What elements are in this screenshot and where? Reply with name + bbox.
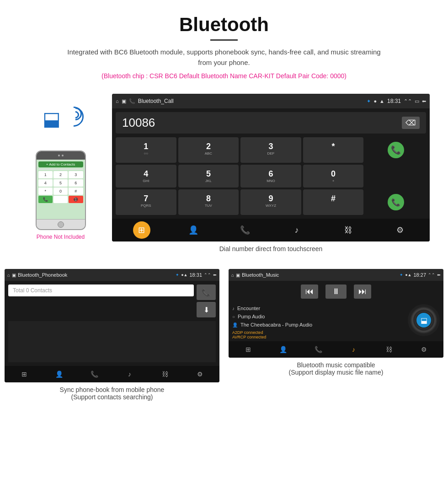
pb-screen-icon: ▣ [12,273,16,278]
phone-screen: + Add to Contacts 1 2 3 4 5 6 * 0 # 📞 📵 [37,160,85,219]
track-name-1: Encounter [237,306,260,311]
pb-settings-icon[interactable]: ⚙ [193,368,207,381]
phone-key-call: 📞 [38,196,53,203]
dial-screen-container: ⌂ ▣ 📞 Bluetooth_Call ✦ ● ▲ 18:31 ⌃⌃ ▭ ⬅ … [112,94,430,260]
settings-bottom-icon[interactable]: ⚙ [391,221,409,239]
header-description: Integrated with BC6 Bluetooth module, su… [64,47,384,68]
track-item-3: 👤 The Cheebacabra - Pump Audio [232,321,404,329]
search-placeholder-text: Total 0 Contacts [8,284,194,296]
dial-key-star[interactable]: * [303,137,364,163]
music-prev-button[interactable]: ⏮ [301,284,318,299]
dial-key-8[interactable]: 8TUV [178,189,239,215]
dial-key-1[interactable]: 1○○ [116,137,176,163]
signal-waves [64,103,84,127]
phone-add-contacts-label: + Add to Contacts [38,161,83,167]
phone-device: + Add to Contacts 1 2 3 4 5 6 * 0 # 📞 📵 [36,150,86,230]
phonebook-call-button[interactable]: 📞 [197,284,216,300]
window-icon: ▭ [415,98,419,104]
dial-key-7[interactable]: 7PQRS [116,189,176,215]
pb-link-icon[interactable]: ⛓ [158,368,172,381]
track-item-2: ○ Pump Audio [232,312,404,321]
bottom-panels: ⌂ ▣ Bluetooth_Phonebook ✦ ●▲ 18:31 ⌃⌃ ⬅ … [0,269,448,413]
music-back-icon: ⬅ [437,273,441,277]
dial-key-4[interactable]: 4GHI [116,165,176,188]
pb-dialpad-icon[interactable]: ⊞ [17,368,31,381]
dial-call-button[interactable]: 📞 [365,137,426,163]
phone-key-star: * [38,188,53,195]
music-note-icon[interactable]: ♪ [347,343,361,356]
phonebook-bottom-bar: ⊞ 👤 📞 ♪ ⛓ ⚙ [5,366,219,382]
bluetooth-symbol-icon: ⬓ [43,107,61,130]
note-icon-1: ♪ [232,306,235,311]
phonebook-action-btns: 📞 ⬇ [197,284,216,317]
phonebook-search-area: Total 0 Contacts 📞 ⬇ [8,284,216,317]
disk-icon-2: ○ [232,314,235,319]
phone-top-bar [37,151,85,160]
recall-circle-icon: 📞 [388,194,404,210]
dialpad-grid: 1○○ 2ABC 3DEF * 📞 4GHI 5JKL 6MNO 0+ 7PQR… [112,137,430,219]
music-link-icon[interactable]: ⛓ [382,343,396,356]
pb-signal-icon: ●▲ [181,273,187,277]
phonebook-search-field[interactable]: Total 0 Contacts [8,284,194,296]
phonebook-statusbar: ⌂ ▣ Bluetooth_Phonebook ✦ ●▲ 18:31 ⌃⌃ ⬅ [5,269,219,281]
music-screen: ⌂ ▣ Bluetooth_Music ✦ ●▲ 18:27 ⌃⌃ ⬅ ⏮ ⏸ … [229,269,443,358]
pb-bt-icon: ✦ [176,273,179,277]
pb-expand-icon: ⌃⌃ [204,273,211,277]
phone-dialpad: 1 2 3 4 5 6 * 0 # 📞 📵 [38,171,83,203]
music-call-icon[interactable]: 📞 [312,343,325,356]
dial-key-hash[interactable]: # [303,189,364,215]
music-settings-icon[interactable]: ⚙ [417,343,431,356]
call-bottom-icon[interactable]: 📞 [236,221,254,239]
track-name-2: Pump Audio [238,314,265,319]
phonebook-download-button[interactable]: ⬇ [197,302,216,317]
dial-key-2[interactable]: 2ABC [178,137,239,163]
dialpad-bottom-icon[interactable]: ⊞ [133,221,150,239]
phonebook-caption: Sync phone-book from mobile phone(Suppor… [0,382,224,404]
phone-key-0: 0 [53,188,68,195]
page-header: Bluetooth Integrated with BC6 Bluetooth … [0,0,448,89]
dial-key-9[interactable]: 9WXYZ [240,189,301,215]
music-screen-icon: ▣ [236,273,240,278]
music-next-button[interactable]: ⏭ [354,284,371,299]
header-specs: (Bluetooth chip : CSR BC6 Default Blueto… [64,71,384,81]
home-icon: ⌂ [116,98,119,104]
dial-recall-button[interactable]: 📞 [365,189,426,215]
phonebook-title: Bluetooth_Phonebook [18,272,174,278]
music-panel: ⌂ ▣ Bluetooth_Music ✦ ●▲ 18:27 ⌃⌃ ⬅ ⏮ ⏸ … [224,269,448,404]
phonebook-screen: ⌂ ▣ Bluetooth_Phonebook ✦ ●▲ 18:31 ⌃⌃ ⬅ … [5,269,219,382]
dial-key-6[interactable]: 6MNO [240,165,301,188]
music-bottom-icon[interactable]: ♪ [288,221,305,239]
music-play-button[interactable]: ⏸ [325,284,347,299]
dial-key-5[interactable]: 5JKL [178,165,239,188]
dial-key-0[interactable]: 0+ [303,165,364,188]
connection-status: A2DP connected AVRCP connected [232,330,404,339]
back-icon: ⬅ [422,98,426,104]
contacts-bottom-icon[interactable]: 👤 [185,221,202,239]
pb-contacts-icon[interactable]: 👤 [53,368,66,381]
music-dialpad-icon[interactable]: ⊞ [241,343,255,356]
pb-call-icon[interactable]: 📞 [88,368,101,381]
link-bottom-icon[interactable]: ⛓ [340,221,357,239]
signal-icon: ▲ [379,98,384,104]
pb-music-icon[interactable]: ♪ [123,368,137,381]
vinyl-record: ⬓ [408,304,440,336]
music-contacts-icon[interactable]: 👤 [277,343,290,356]
phone-speaker-dot [62,155,64,156]
dialed-number: 10086 [122,116,155,130]
music-track-list: ♪ Encounter ○ Pump Audio 👤 The Cheebacab… [232,304,404,339]
phonebook-list-area [8,321,216,362]
dial-display: 10086 ⌫ [116,112,426,134]
music-info-row: ♪ Encounter ○ Pump Audio 👤 The Cheebacab… [229,302,443,341]
avrcp-status: AVRCP connected [232,335,404,339]
main-section: ⬓ + Add to Contacts 1 2 3 4 5 [0,89,448,269]
phone-key-end: 📵 [69,196,83,203]
backspace-button[interactable]: ⌫ [402,117,420,129]
phone-key-7 [53,196,68,203]
phone-key-5: 5 [53,179,68,187]
music-statusbar: ⌂ ▣ Bluetooth_Music ✦ ●▲ 18:27 ⌃⌃ ⬅ [229,269,443,281]
dial-bottom-bar: ⊞ 👤 📞 ♪ ⛓ ⚙ [112,219,430,241]
dial-key-3[interactable]: 3DEF [240,137,301,163]
phone-bottom [37,219,85,229]
music-bottom-bar: ⊞ 👤 📞 ♪ ⛓ ⚙ [229,341,443,358]
track-item-1: ♪ Encounter [232,304,404,312]
